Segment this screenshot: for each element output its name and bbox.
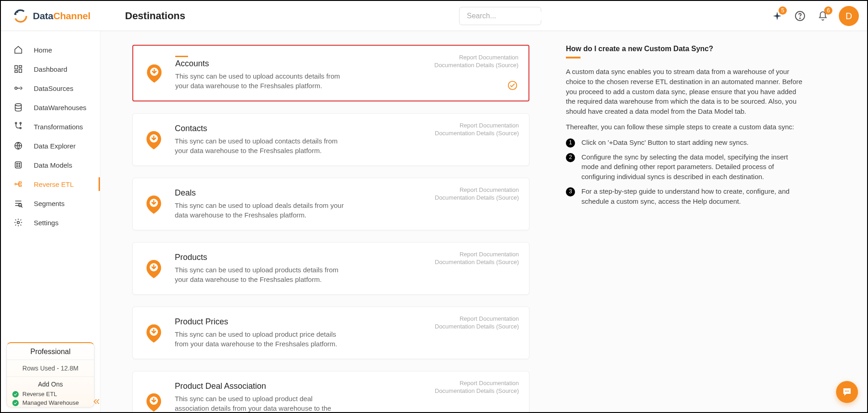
brand-name: DataChannel — [33, 11, 90, 21]
documentation-details-link[interactable]: Documentation Details (Source) — [434, 62, 518, 69]
sidebar-item-settings[interactable]: Settings — [1, 213, 100, 232]
svg-rect-9 — [19, 66, 22, 68]
sync-doc-links: Report Documentation Documentation Detai… — [435, 122, 519, 138]
documentation-details-link[interactable]: Documentation Details (Source) — [435, 259, 519, 265]
svg-point-19 — [16, 163, 18, 164]
sidebar-bottom: Professional Rows Used - 12.8M Add Ons R… — [6, 342, 94, 408]
search-input[interactable] — [467, 12, 558, 20]
sidebar-item-data-models[interactable]: Data Models — [1, 155, 100, 175]
plan-name: Professional — [7, 343, 94, 360]
report-documentation-link[interactable]: Report Documentation — [435, 380, 519, 387]
svg-rect-25 — [19, 185, 21, 186]
global-search[interactable] — [459, 7, 541, 25]
help-step: 3 For a step-by-step guide to understand… — [566, 186, 803, 206]
step-number-badge: 1 — [566, 138, 575, 148]
svg-rect-10 — [19, 69, 22, 73]
sidebar-item-home[interactable]: Home — [1, 40, 100, 59]
svg-rect-11 — [15, 70, 18, 72]
help-step: 1 Click on '+Data Sync' Button to start … — [566, 138, 803, 148]
sync-doc-links: Report Documentation Documentation Detai… — [435, 315, 519, 331]
sidebar-item-reverse-etl[interactable]: Reverse ETL — [1, 175, 100, 194]
help-button[interactable] — [793, 9, 807, 23]
addon-row: Managed Warehouse — [7, 398, 94, 407]
sidebar-item-label: Reverse ETL — [34, 180, 74, 188]
svg-point-29 — [19, 204, 22, 207]
main-content: Accounts This sync can be used to upload… — [100, 31, 867, 412]
documentation-details-link[interactable]: Documentation Details (Source) — [435, 387, 519, 394]
chat-icon — [842, 387, 852, 397]
svg-rect-8 — [15, 66, 18, 69]
step-text: Click on '+Data Sync' Button to start ad… — [581, 138, 748, 148]
sync-card[interactable]: Contacts This sync can be used to upload… — [132, 113, 529, 166]
help-title-accent — [566, 57, 580, 58]
reverse-etl-icon — [14, 180, 23, 189]
sidebar-item-label: Data Explorer — [34, 142, 76, 150]
sync-type-icon — [146, 195, 162, 214]
sync-card[interactable]: Deals This sync can be used to upload de… — [132, 178, 529, 230]
segments-icon — [14, 199, 23, 208]
help-circle-icon — [795, 11, 805, 21]
sync-type-icon — [146, 392, 162, 412]
sync-doc-links: Report Documentation Documentation Detai… — [435, 380, 519, 395]
user-avatar[interactable]: D — [839, 6, 859, 26]
sync-card[interactable]: Accounts This sync can be used to upload… — [132, 45, 529, 101]
help-steps: 1 Click on '+Data Sync' Button to start … — [566, 138, 803, 206]
report-documentation-link[interactable]: Report Documentation — [435, 186, 519, 193]
sparkle-badge: 5 — [779, 6, 787, 15]
svg-point-13 — [15, 104, 21, 106]
sync-type-icon — [146, 130, 162, 149]
sidebar-item-dashboard[interactable]: Dashboard — [1, 59, 100, 79]
report-documentation-link[interactable]: Report Documentation — [435, 122, 519, 129]
sidebar-item-datawarehouses[interactable]: DataWarehouses — [1, 98, 100, 117]
sidebar-item-label: DataSources — [34, 85, 73, 92]
notifications-button[interactable]: 6 — [816, 9, 830, 23]
svg-rect-18 — [15, 162, 21, 168]
svg-line-30 — [21, 206, 23, 208]
dashboard-icon — [14, 64, 23, 74]
sync-doc-links: Report Documentation Documentation Detai… — [434, 54, 518, 69]
documentation-details-link[interactable]: Documentation Details (Source) — [435, 194, 519, 201]
help-paragraph: A custom data sync enables you to stream… — [566, 67, 803, 116]
sidebar: Home Dashboard DataSources DataWarehouse… — [1, 31, 100, 412]
sync-list: Accounts This sync can be used to upload… — [100, 31, 561, 412]
topbar-actions: 5 6 D — [770, 1, 859, 31]
sidebar-item-segments[interactable]: Segments — [1, 194, 100, 213]
chat-fab[interactable] — [836, 381, 858, 403]
svg-point-22 — [19, 165, 20, 167]
svg-point-23 — [15, 183, 16, 185]
report-documentation-link[interactable]: Report Documentation — [435, 251, 519, 258]
documentation-details-link[interactable]: Documentation Details (Source) — [435, 130, 519, 137]
svg-point-3 — [16, 14, 17, 15]
sidebar-item-transformations[interactable]: Transformations — [1, 117, 100, 136]
sidebar-item-label: Dashboard — [34, 65, 67, 73]
step-text: For a step-by-step guide to understand h… — [581, 186, 803, 206]
ai-sparkle-button[interactable]: 5 — [770, 9, 784, 23]
rows-used: Rows Used - 12.8M — [7, 360, 94, 377]
sidebar-item-datasources[interactable]: DataSources — [1, 79, 100, 98]
settings-icon — [14, 218, 23, 227]
svg-point-41 — [848, 391, 849, 392]
sync-type-icon — [146, 259, 162, 278]
sidebar-item-data-explorer[interactable]: Data Explorer — [1, 136, 100, 155]
addon-label: Managed Warehouse — [22, 399, 79, 406]
sync-card[interactable]: Products This sync can be used to upload… — [132, 242, 529, 295]
transformations-icon — [14, 122, 23, 131]
sync-card[interactable]: Product Prices This sync can be used to … — [132, 307, 529, 359]
plan-card[interactable]: Professional Rows Used - 12.8M Add Ons R… — [6, 342, 94, 408]
report-documentation-link[interactable]: Report Documentation — [435, 315, 519, 322]
check-icon — [12, 400, 19, 406]
sync-doc-links: Report Documentation Documentation Detai… — [435, 186, 519, 202]
sidebar-item-label: Home — [34, 46, 52, 54]
report-documentation-link[interactable]: Report Documentation — [434, 54, 518, 61]
warehouse-icon — [14, 103, 23, 112]
sync-doc-links: Report Documentation Documentation Detai… — [435, 251, 519, 266]
topbar: DataChannel Destinations 5 — [1, 1, 867, 31]
bell-badge: 6 — [824, 6, 832, 15]
documentation-details-link[interactable]: Documentation Details (Source) — [435, 323, 519, 330]
svg-point-12 — [15, 87, 17, 90]
brand-logo[interactable]: DataChannel — [1, 8, 100, 24]
svg-rect-24 — [19, 182, 21, 183]
sync-description: This sync can be used to upload contacts… — [175, 136, 348, 155]
sync-description: This sync can be used to upload product … — [175, 394, 348, 412]
sync-card[interactable]: Product Deal Association This sync can b… — [132, 371, 529, 412]
